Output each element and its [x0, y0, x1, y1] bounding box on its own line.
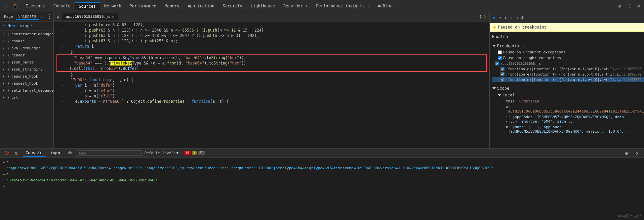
active-file-tab[interactable]: app.1697015255056.js ✕ — [62, 13, 118, 20]
sidebar-toggle-icon[interactable]: ≡ — [54, 14, 62, 19]
scope-content: Local this: undefined a: 'a6fd19f79d0a86… — [490, 92, 644, 134]
device-icon[interactable]: 📱 — [11, 2, 19, 10]
snippet-item[interactable]: { } header — [0, 52, 53, 59]
filter-input-wrap — [77, 150, 142, 156]
more-icon[interactable]: ⋮ — [625, 2, 633, 10]
tab-network[interactable]: Network — [100, 2, 126, 10]
resume-icon[interactable]: ▶ — [492, 14, 496, 21]
snippet-item[interactable]: { } url — [0, 94, 53, 101]
tab-lighthouse[interactable]: Lighthouse — [247, 2, 279, 10]
snippet-item[interactable]: { } setInterval_debugger — [0, 87, 53, 94]
file-icon: { } — [3, 46, 9, 50]
devtools-icons: ⬚ 📱 — [1, 2, 19, 10]
pause-uncaught-item[interactable]: Pause on uncaught exceptions — [495, 49, 644, 55]
console-filter-icon[interactable]: ⊘ — [12, 149, 20, 157]
file-icon: { } — [3, 74, 9, 79]
file-icon: { } — [3, 67, 9, 72]
breakpoints-section-header[interactable]: Breakpoints — [490, 43, 644, 49]
local-label: Local — [502, 93, 515, 97]
tab-memory[interactable]: Memory — [161, 2, 184, 10]
paused-label: Paused on breakpoint — [498, 25, 547, 30]
top-tab-bar: ⬚ 📱 Elements Console Sources Network Per… — [0, 0, 644, 12]
context-dropdown-icon[interactable]: ▼ — [58, 151, 60, 156]
console-settings-icon[interactable]: ⚙ — [622, 149, 631, 157]
file-icon: { } — [3, 53, 9, 57]
file-icon: { } — [3, 81, 9, 86]
breakpoints-triangle-icon — [492, 45, 496, 47]
panel-menu-icon[interactable]: ⋮ — [47, 13, 52, 20]
console-close-icon[interactable]: ✕ — [633, 149, 641, 157]
scope-section-header[interactable]: Scope — [490, 85, 644, 92]
console-eye-icon[interactable]: 👁 — [66, 149, 74, 157]
console-arrow-right[interactable]: ▶ — [3, 160, 5, 164]
snippet-item[interactable]: { } reponse_hook — [0, 73, 53, 80]
breakpoint-file-header[interactable]: app.1697015255056.js — [492, 61, 644, 66]
tab-elements[interactable]: Elements — [22, 2, 49, 10]
breakpoint-1-line: 1:1095928 — [623, 67, 641, 71]
filter-input[interactable] — [79, 151, 139, 155]
console-arrow-right-2[interactable]: ▶ — [3, 172, 5, 176]
new-snippet-button[interactable]: + New snippet — [0, 21, 53, 31]
snippet-item[interactable]: { } json_parse — [0, 59, 53, 66]
close-file-tab-icon[interactable]: ✕ — [112, 14, 114, 19]
tab-snippets[interactable]: Snippets — [16, 13, 39, 20]
pause-caught-item[interactable]: Pause on caught exceptions — [495, 55, 644, 61]
a-item[interactable]: a: 'a6fd19f79d0a86b3853c58edacc42a244e0d… — [500, 104, 644, 114]
snippet-item[interactable]: { } cookie — [0, 38, 53, 45]
console-prompt[interactable]: > — [3, 184, 5, 188]
step-icon[interactable]: → — [515, 14, 519, 21]
i-label: i: — [506, 115, 510, 119]
pause-uncaught-label: Pause on uncaught exceptions — [503, 50, 565, 54]
code-line: - }, — [54, 72, 489, 77]
right-panel-toolbar: ▶ ↷ ↓ ↑ → ⊘ — [490, 12, 644, 23]
pretty-print-icon[interactable]: { } — [479, 13, 487, 21]
tab-sources[interactable]: Sources — [75, 2, 100, 10]
console-content[interactable]: ▶ r ▶ 'appCode=T98HPCGN5ZVVQBS8LZQNOAEXV… — [0, 158, 644, 220]
deactivate-breakpoints-icon[interactable]: ⊘ — [520, 14, 524, 21]
console-clear-icon[interactable]: 🚫 — [3, 149, 11, 157]
tab-performance[interactable]: Performance — [126, 2, 161, 10]
more-tabs-icon[interactable]: » — [39, 13, 44, 20]
n-value: {data: {...}, appCode: 'T98HPCGN5ZVVQBS8… — [506, 125, 628, 134]
code-line: - i.push(63 & n | 128)) : i.push(255 & n… — [54, 38, 489, 44]
settings-icon[interactable]: ⚙ — [616, 2, 624, 10]
breakpoint-item-1[interactable]: !function(e){function t(){for(var n,i,o=… — [492, 66, 644, 72]
breakpoint-item-3[interactable]: !function(e){function t(){for(var n,i,o=… — [492, 77, 644, 82]
pause-caught-checkbox[interactable] — [498, 56, 502, 60]
console-url-value: 'appCode=T98HPCGN5ZVVQBS8LZQNOAEXVI9GYHK… — [6, 166, 641, 170]
pause-uncaught-checkbox[interactable] — [498, 50, 502, 54]
i-item[interactable]: i: {appCode: 'T98HPCGN5ZVVQBS8LZQNOAEXVI… — [500, 114, 644, 124]
step-over-icon[interactable]: ↷ — [498, 14, 502, 21]
eye-icon-wrap: 👁 — [66, 149, 74, 157]
watch-section-header[interactable]: Watch — [490, 33, 644, 40]
snippet-item[interactable]: { } eval_debugger — [0, 45, 53, 52]
level-dropdown[interactable]: Default levels ▼ — [145, 151, 178, 155]
tab-adblock[interactable]: AdBlock — [374, 2, 399, 10]
step-into-icon[interactable]: ↓ — [504, 14, 508, 21]
inspect-icon[interactable]: ⬚ — [1, 2, 9, 10]
tab-console-panel[interactable]: Console — [23, 149, 45, 157]
tab-recorder[interactable]: Recorder ⚡ — [279, 2, 312, 10]
level-dropdown-icon: ▼ — [176, 151, 178, 155]
n-item[interactable]: n: {data: {...}, appCode: 'T98HPCGN5ZVVQ… — [500, 124, 644, 134]
highlight-region: - "base64" === l.publicKeyType && (h = e… — [56, 54, 487, 72]
console-hash-value: '009c4a35d9aca4c68f1a3fa89c93684347205a4… — [6, 178, 641, 182]
watch-triangle-icon — [492, 35, 494, 38]
file-icon: { } — [3, 60, 9, 64]
snippet-item[interactable]: { } json_stringify — [0, 66, 53, 73]
snippet-item[interactable]: { } request_hook — [0, 80, 53, 87]
tab-perf-insights[interactable]: Performance insights ⚡ — [312, 2, 374, 10]
pause-caught-label: Pause on caught exceptions — [503, 56, 561, 60]
tab-page[interactable]: Page — [1, 14, 16, 19]
close-icon[interactable]: ✕ — [635, 2, 643, 10]
this-value: undefined — [519, 99, 539, 103]
step-out-icon[interactable]: ↑ — [509, 14, 513, 21]
breakpoints-section: Breakpoints Pause on uncaught exceptions… — [490, 41, 644, 84]
local-section-header[interactable]: Local — [495, 92, 644, 98]
tab-console[interactable]: Console — [49, 2, 75, 10]
tab-security[interactable]: Security — [219, 2, 247, 10]
tab-application[interactable]: Application — [184, 2, 218, 10]
warn-count-badge: 1 — [192, 151, 197, 155]
snippet-item[interactable]: { } constructor_debugger — [0, 31, 53, 38]
breakpoint-item-2[interactable]: !function(e){function t(){for(var n,i,o=… — [492, 72, 644, 77]
